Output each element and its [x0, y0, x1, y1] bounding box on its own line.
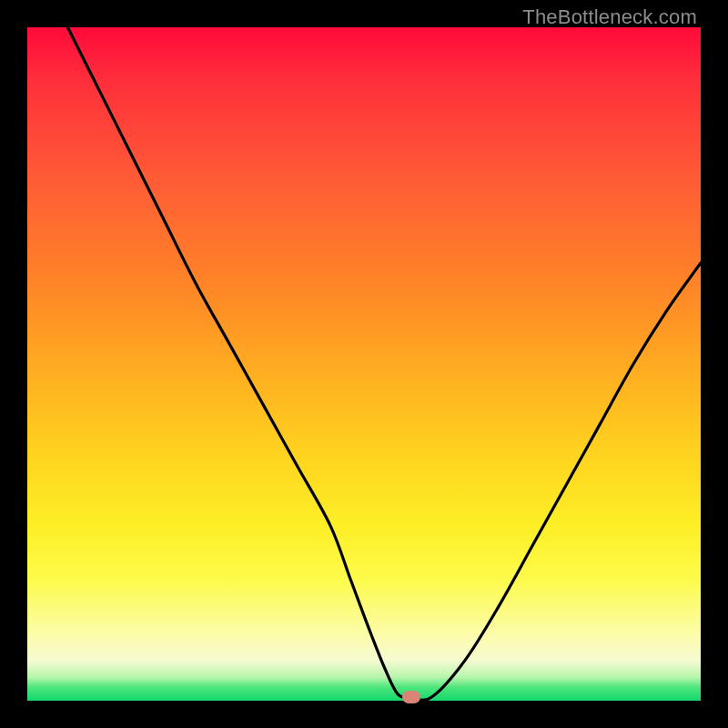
chart-frame: TheBottleneck.com	[0, 0, 728, 728]
plot-area	[27, 27, 701, 701]
bottleneck-curve	[27, 27, 701, 701]
watermark-label: TheBottleneck.com	[522, 5, 697, 29]
optimum-marker	[402, 691, 420, 703]
